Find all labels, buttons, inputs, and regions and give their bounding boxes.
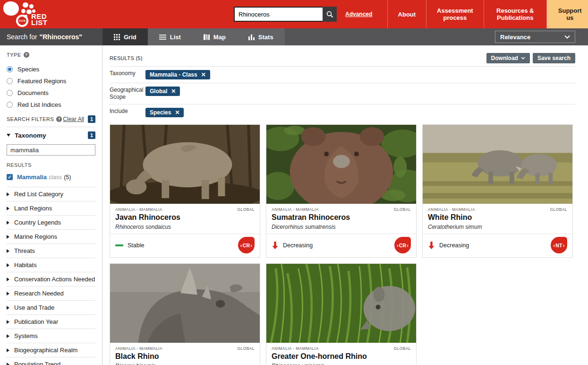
- nav-resources-publications[interactable]: Resources & Publications: [484, 0, 546, 28]
- species-photo: [266, 264, 416, 343]
- filter-biogeographical-realm[interactable]: Biogeographical Realm: [7, 343, 95, 357]
- tab-map-label: Map: [213, 34, 226, 41]
- radio-red-list-indices[interactable]: Red List Indices: [7, 99, 95, 111]
- decreasing-trend-icon: [272, 241, 279, 250]
- redlist-logo[interactable]: IUCN RED LIST: [0, 0, 57, 28]
- species-card-greater-one-horned-rhino[interactable]: ANIMALIA - MAMMALIA GLOBAL Greater One-h…: [266, 263, 417, 365]
- filter-label: Country Legends: [14, 219, 61, 226]
- taxonomy-filter-input[interactable]: [7, 144, 95, 156]
- filter-research-needed[interactable]: Research Needed: [7, 286, 95, 300]
- clear-all-link[interactable]: Clear All: [63, 116, 84, 122]
- download-button[interactable]: Download: [486, 53, 530, 63]
- iucn-ring: IUCN: [16, 15, 28, 27]
- radio-documents[interactable]: Documents: [7, 87, 95, 99]
- filter-conservation-actions[interactable]: Conservation Actions Needed: [7, 272, 95, 286]
- card-species-name[interactable]: Javan Rhinoceros: [115, 213, 255, 222]
- search-filters-label: SEARCH FILTERS: [7, 116, 54, 122]
- view-tabs: Grid List Map Stats: [102, 28, 285, 45]
- radio-species[interactable]: Species: [7, 63, 95, 75]
- taxon-name: Mammalia: [17, 174, 47, 181]
- filter-label: Threats: [14, 247, 35, 254]
- card-scope: GLOBAL: [238, 207, 255, 212]
- filter-label: Systems: [14, 332, 38, 339]
- redlist-search-page: IUCN RED LIST Advanced About Assessment …: [0, 0, 588, 365]
- card-species-name[interactable]: White Rhino: [428, 213, 567, 222]
- applied-filter-row: Taxonomy Mammalia - Class ✕: [110, 67, 575, 83]
- decreasing-trend-icon: [428, 241, 435, 250]
- species-card-javan-rhinoceros[interactable]: ANIMALIA - MAMMALIA GLOBAL Javan Rhinoce…: [110, 124, 260, 258]
- filter-label: Use and Trade: [14, 304, 54, 311]
- trend-label: Decreasing: [283, 242, 313, 249]
- card-scope: GLOBAL: [394, 207, 411, 212]
- filter-red-list-category[interactable]: Red List Category: [7, 187, 95, 201]
- nav-support-us[interactable]: Support us: [546, 0, 588, 28]
- chip-geographical-scope[interactable]: Global ✕: [145, 87, 180, 96]
- chevron-expanded-icon: [7, 134, 10, 137]
- filter-label: Red List Category: [14, 191, 63, 198]
- species-photo: [110, 125, 260, 204]
- nav-about[interactable]: About: [387, 0, 426, 28]
- radio-label: Red List Indices: [17, 101, 61, 108]
- tab-grid[interactable]: Grid: [102, 28, 148, 45]
- search-button[interactable]: [323, 7, 337, 22]
- filter-publication-year[interactable]: Publication Year: [7, 314, 95, 329]
- remove-chip-icon[interactable]: ✕: [201, 71, 206, 78]
- filter-threats[interactable]: Threats: [7, 243, 95, 258]
- filter-use-and-trade[interactable]: Use and Trade: [7, 300, 95, 314]
- remove-chip-icon[interactable]: ✕: [175, 109, 179, 116]
- chip-taxonomy[interactable]: Mammalia - Class ✕: [145, 70, 210, 79]
- tab-list[interactable]: List: [148, 28, 192, 45]
- filter-label: Research Needed: [14, 290, 64, 297]
- tab-map[interactable]: Map: [192, 28, 237, 45]
- taxonomy-accordion[interactable]: Taxonomy 1: [7, 127, 95, 142]
- filter-country-legends[interactable]: Country Legends: [7, 215, 95, 229]
- search-for-label: Search for: [7, 33, 37, 41]
- filters-sidebar: TYPE ? Species Featured Regions Document…: [0, 45, 102, 365]
- taxon-count: (5): [64, 174, 71, 181]
- filter-label: Population Trend: [14, 361, 60, 365]
- site-search-input[interactable]: [234, 7, 323, 22]
- category-code: NT: [555, 243, 562, 248]
- card-scope: GLOBAL: [394, 346, 411, 351]
- chip-include[interactable]: Species ✕: [145, 108, 184, 117]
- filter-label: Habitats: [14, 261, 37, 269]
- header: IUCN RED LIST Advanced About Assessment …: [0, 0, 588, 28]
- card-scientific-name: Rhinoceros unicornis: [272, 363, 411, 365]
- applied-filter-label: Geographical Scope: [110, 87, 145, 101]
- save-search-button[interactable]: Save search: [533, 53, 575, 63]
- species-card-black-rhino[interactable]: ANIMALIA - MAMMALIA GLOBAL Black Rhino D…: [110, 263, 260, 365]
- filter-land-regions[interactable]: Land Regions: [7, 201, 95, 215]
- taxonomy-count-badge: 1: [88, 131, 95, 139]
- filter-systems[interactable]: Systems: [7, 329, 95, 343]
- filter-habitats[interactable]: Habitats: [7, 258, 95, 272]
- card-species-name[interactable]: Black Rhino: [115, 352, 255, 361]
- filter-population-trend[interactable]: Population Trend: [7, 357, 95, 365]
- nav-assessment-process[interactable]: Assessment process: [426, 0, 484, 28]
- taxonomy-result-mammalia[interactable]: ✓ Mammalia class (5): [7, 173, 95, 181]
- results-count: RESULTS (5): [110, 55, 484, 61]
- help-icon[interactable]: ?: [56, 116, 62, 122]
- chevron-collapsed-icon: [7, 278, 9, 281]
- grid-icon: [114, 34, 120, 40]
- results-toolbar: Search for "Rhinoceros" Grid List Map St…: [0, 28, 588, 45]
- nav-spacer: [381, 0, 387, 28]
- filter-marine-regions[interactable]: Marine Regions: [7, 229, 95, 243]
- card-scope: GLOBAL: [550, 207, 567, 212]
- sort-select[interactable]: Relevance: [495, 31, 575, 43]
- card-species-name[interactable]: Sumatran Rhinoceros: [272, 213, 411, 222]
- chevron-collapsed-icon: [7, 192, 9, 196]
- card-species-name[interactable]: Greater One-horned Rhino: [272, 352, 411, 361]
- filter-label: Publication Year: [14, 318, 58, 325]
- help-icon[interactable]: ?: [24, 52, 29, 58]
- card-scientific-name: Rhinoceros sondaicus: [115, 224, 255, 230]
- radio-featured-regions[interactable]: Featured Regions: [7, 75, 95, 87]
- card-taxonomy: ANIMALIA - MAMMALIA: [115, 207, 238, 212]
- tab-stats[interactable]: Stats: [237, 28, 285, 45]
- remove-chip-icon[interactable]: ✕: [171, 88, 176, 95]
- advanced-search-link[interactable]: Advanced: [345, 11, 372, 17]
- applied-filter-label: Taxonomy: [110, 70, 145, 77]
- card-taxonomy: ANIMALIA - MAMMALIA: [272, 207, 394, 212]
- species-card-sumatran-rhinoceros[interactable]: ANIMALIA - MAMMALIA GLOBAL Sumatran Rhin…: [266, 124, 417, 258]
- results-panel: RESULTS (5) Download Save search Taxonom…: [102, 45, 588, 365]
- species-card-white-rhino[interactable]: ANIMALIA - MAMMALIA GLOBAL White Rhino C…: [422, 124, 573, 258]
